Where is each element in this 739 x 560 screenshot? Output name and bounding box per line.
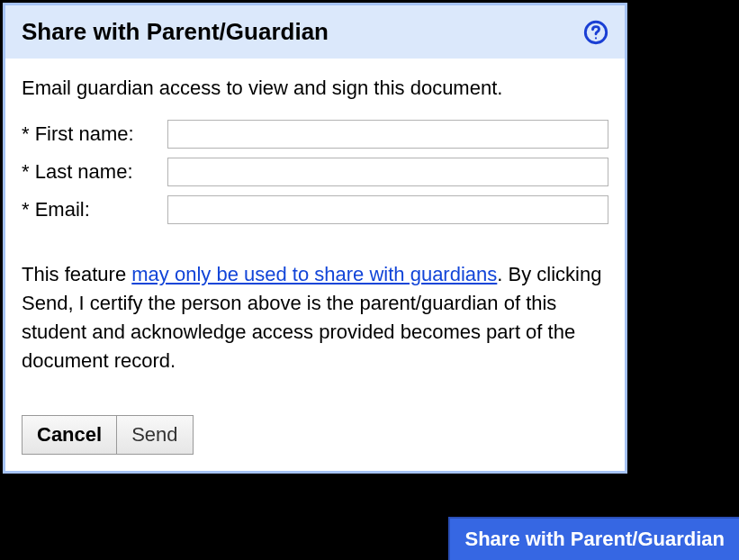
email-input[interactable]	[167, 195, 608, 224]
form-row-email: * Email:	[22, 195, 608, 224]
share-toggle-button[interactable]: Share with Parent/Guardian	[448, 517, 739, 560]
form-row-last-name: * Last name:	[22, 158, 608, 186]
disclaimer-text: This feature may only be used to share w…	[22, 260, 608, 375]
share-dialog: Share with Parent/Guardian Email guardia…	[3, 3, 627, 474]
form-row-first-name: * First name:	[22, 120, 608, 149]
email-label: * Email:	[22, 198, 167, 221]
svg-point-1	[595, 37, 597, 39]
first-name-input[interactable]	[167, 120, 608, 149]
last-name-label: * Last name:	[22, 160, 167, 184]
dialog-body: Email guardian access to view and sign t…	[5, 59, 625, 471]
guardians-link[interactable]: may only be used to share with guardians	[131, 263, 497, 285]
first-name-label: * First name:	[22, 122, 167, 146]
cancel-button[interactable]: Cancel	[22, 415, 117, 455]
send-button[interactable]: Send	[117, 415, 193, 455]
dialog-title: Share with Parent/Guardian	[22, 18, 329, 46]
help-icon[interactable]	[583, 20, 608, 45]
dialog-header: Share with Parent/Guardian	[5, 5, 625, 59]
disclaimer-pre: This feature	[22, 263, 131, 285]
button-row: Cancel Send	[22, 415, 608, 455]
instruction-text: Email guardian access to view and sign t…	[22, 77, 608, 100]
last-name-input[interactable]	[167, 158, 608, 186]
